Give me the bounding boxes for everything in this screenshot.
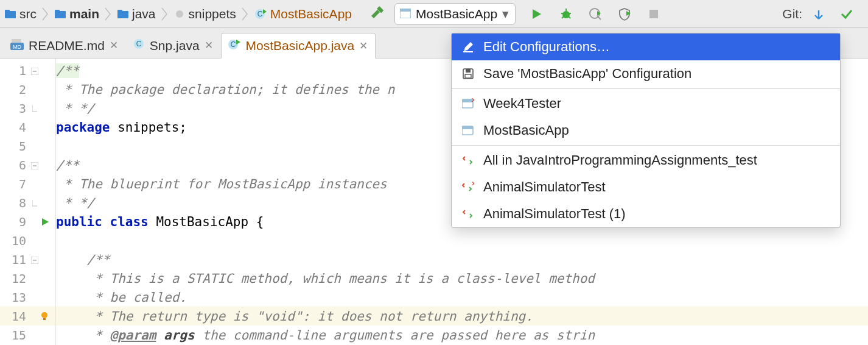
breadcrumb-label: main [69,7,99,21]
tab-mostbasicapp[interactable]: C MostBasicApp.java ✕ [221,33,376,59]
svg-rect-19 [649,10,658,18]
breadcrumb-snippets[interactable]: snippets [169,5,241,23]
gutter-line: 1 [0,61,55,80]
dd-run-config[interactable]: MostBasicApp [452,117,840,144]
run-button[interactable] [525,2,548,26]
code-text: MostBasicApp { [149,215,264,229]
svg-point-6 [176,10,183,18]
build-button[interactable] [365,2,388,26]
code-text [156,328,164,343]
package-icon [174,10,185,18]
svg-rect-36 [463,51,473,52]
chevron-down-icon: ▾ [502,7,509,21]
test-invalid-icon: ✕ [461,182,475,193]
code-text: * The package declaration; it defines th… [56,82,394,97]
gutter-line: 3 [0,99,55,118]
tab-readme[interactable]: MD README.md ✕ [4,32,126,58]
svg-rect-34 [43,318,46,320]
svg-rect-1 [5,10,10,13]
svg-text:C: C [136,40,142,48]
stop-icon [648,9,659,20]
stop-button[interactable] [642,2,665,26]
dd-run-config[interactable]: ✕ Week4Tester [452,90,840,117]
save-icon [461,68,475,80]
svg-rect-38 [466,69,471,73]
check-icon [840,7,853,21]
close-icon[interactable]: ✕ [205,39,213,52]
chevron-right-icon [161,4,169,24]
profile-button[interactable] [613,2,636,26]
code-text: * be called. [56,290,187,305]
edit-icon [461,41,475,53]
folder-icon [117,10,128,18]
breadcrumb-class[interactable]: C MostBasicApp [250,5,357,23]
fold-icon[interactable] [31,158,38,172]
dd-label: Save 'MostBasicApp' Configuration [483,66,691,82]
run-gutter-icon[interactable] [41,215,49,229]
breadcrumb-label: snippets [189,7,236,21]
code-text: args [164,328,195,343]
dd-run-config[interactable]: ✕ AnimalSimulatorTest [452,174,840,201]
dd-edit-configurations[interactable]: Edit Configurations… [452,34,840,60]
dd-run-config[interactable]: AnimalSimulatorTest (1) [452,201,840,227]
bulb-icon[interactable] [40,309,49,324]
svg-text:C: C [230,40,236,49]
svg-point-33 [41,312,47,318]
app-icon [400,7,411,21]
code-text: snippets; [110,120,187,135]
gutter-line: 13 [0,288,55,307]
tab-snp[interactable]: C Snp.java ✕ [126,32,221,58]
code-text [102,215,110,229]
hammer-icon [369,6,385,22]
tab-label: README.md [29,38,105,53]
debug-button[interactable] [555,2,578,26]
class-run-icon: C [228,38,241,54]
vcs-commit-button[interactable] [835,2,858,26]
close-icon[interactable]: ✕ [110,39,118,52]
dd-save-configuration[interactable]: Save 'MostBasicApp' Configuration [452,60,840,87]
gutter-line: 9 [0,212,55,231]
dd-label: AnimalSimulatorTest [483,179,606,195]
coverage-button[interactable] [584,2,607,26]
code-text: the command-line arguments are passed he… [195,328,595,343]
run-config-dropdown: Edit Configurations… Save 'MostBasicApp'… [451,33,841,228]
breadcrumb-label: MostBasicApp [270,7,352,21]
play-icon [531,8,543,20]
tab-label: Snp.java [150,38,200,53]
breadcrumb-src[interactable]: src [0,5,41,23]
dd-label: Edit Configurations… [483,39,610,55]
gutter-line: 8 [0,193,55,212]
update-icon [813,8,825,20]
svg-text:MD: MD [13,44,21,50]
separator [452,88,840,89]
app-invalid-icon: ✕ [461,98,475,109]
vcs-update-button[interactable] [807,2,830,26]
gutter-line: 10 [0,231,55,250]
app-icon [461,125,475,136]
coverage-icon [589,7,602,21]
code-text: * This is a STATIC method, which means i… [56,271,595,286]
tab-label: MostBasicApp.java [246,38,355,53]
class-icon: C [133,38,145,53]
svg-line-17 [569,16,570,18]
fold-icon[interactable] [31,63,38,78]
dd-run-config[interactable]: All in JavaIntroProgrammingAssignments_t… [452,147,840,174]
breadcrumb-label: src [19,7,37,21]
code-text: /** [56,63,79,78]
run-config-label: MostBasicApp [416,7,497,21]
fold-end-icon[interactable] [32,101,38,116]
fold-icon[interactable] [31,252,38,267]
code-text: package [56,120,110,135]
svg-rect-22 [12,39,21,43]
bug-icon [559,7,573,21]
svg-rect-39 [465,74,471,78]
close-icon[interactable]: ✕ [359,40,368,52]
svg-text:✕: ✕ [471,182,474,187]
fold-end-icon[interactable] [32,196,38,210]
run-config-selector[interactable]: MostBasicApp ▾ [394,3,516,25]
breadcrumb-java[interactable]: java [113,5,161,23]
gutter-line: 12 [0,269,55,288]
code-text: public [56,215,102,229]
breadcrumb: src main java snippets C [0,4,357,24]
breadcrumb-main[interactable]: main [50,5,104,23]
